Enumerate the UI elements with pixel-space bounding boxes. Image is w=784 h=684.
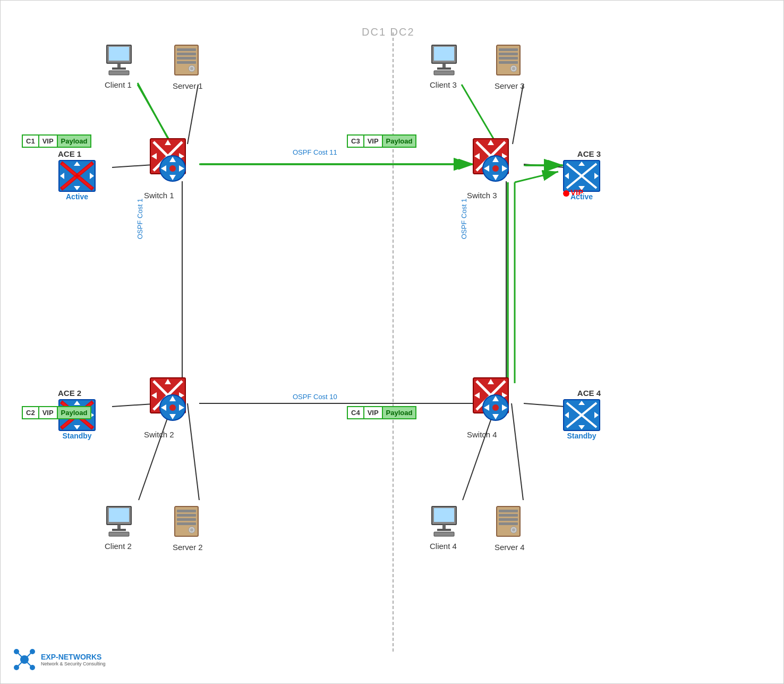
vip-dot-circle	[563, 190, 570, 197]
server2-node: Server 2	[173, 505, 203, 552]
svg-rect-155	[499, 518, 518, 521]
svg-rect-126	[112, 529, 126, 531]
svg-rect-148	[434, 508, 454, 522]
packet-p1: C1 VIP Payload	[22, 134, 91, 148]
svg-rect-149	[442, 525, 446, 529]
svg-rect-120	[177, 61, 196, 64]
switch3-label-container: Switch 3	[467, 191, 497, 200]
dc-divider	[393, 32, 394, 652]
switch1-router-icon	[159, 155, 186, 182]
client3-node: Client 3	[430, 44, 459, 89]
server4-icon	[495, 505, 522, 538]
ace1-red-x-overlay	[58, 159, 96, 192]
svg-point-122	[190, 67, 193, 70]
svg-line-18	[512, 403, 523, 500]
svg-rect-154	[499, 514, 518, 517]
svg-rect-113	[117, 63, 121, 67]
logo-subtext: Network & Security Consulting	[41, 661, 106, 666]
svg-rect-143	[499, 57, 518, 60]
svg-rect-118	[177, 53, 196, 55]
svg-line-4	[138, 85, 172, 144]
packet-p2-payload: Payload	[58, 407, 91, 418]
ace4-status: Standby	[563, 432, 601, 440]
packet-p4-c4: C4	[348, 407, 364, 418]
svg-point-134	[190, 528, 193, 531]
svg-line-12	[524, 164, 565, 167]
packet-p4-vip: VIP	[364, 407, 383, 418]
dc-label: DC1 DC2	[362, 26, 415, 38]
svg-rect-153	[499, 510, 518, 512]
svg-rect-117	[177, 48, 196, 51]
switch4-router	[482, 394, 509, 424]
svg-line-13	[524, 403, 565, 407]
svg-line-7	[515, 172, 558, 182]
svg-rect-114	[112, 67, 126, 70]
ospf-cost11-label: OSPF Cost 11	[293, 148, 337, 156]
svg-point-48	[169, 404, 176, 411]
svg-rect-127	[109, 532, 129, 536]
svg-line-14	[188, 85, 198, 144]
server3-icon	[495, 44, 522, 77]
server2-icon	[173, 505, 200, 538]
svg-rect-119	[177, 57, 196, 60]
svg-rect-144	[499, 61, 518, 64]
ace4-node: ACE 4 Standby	[563, 389, 601, 440]
svg-rect-129	[177, 510, 196, 512]
logo-name: EXP-NETWORKS	[41, 653, 106, 661]
server4-label: Server 4	[495, 543, 525, 552]
diagram-container: DC1 DC2	[0, 0, 784, 684]
ace1-status: Active	[58, 192, 96, 201]
server4-node: Server 4	[495, 505, 525, 552]
client4-label: Client 4	[430, 542, 459, 551]
switch2-label: Switch 2	[144, 430, 174, 439]
svg-point-159	[563, 190, 569, 197]
svg-point-35	[169, 165, 176, 172]
client3-label: Client 3	[430, 80, 459, 89]
vip-dot	[563, 190, 570, 199]
svg-rect-124	[109, 508, 129, 522]
packet-p2-c2: C2	[23, 407, 39, 418]
switch4-label: Switch 4	[467, 430, 497, 439]
svg-line-9	[462, 85, 497, 144]
client2-icon	[105, 505, 134, 537]
switch3-router	[482, 155, 509, 184]
svg-rect-115	[109, 71, 129, 75]
svg-rect-137	[442, 63, 446, 67]
svg-point-158	[512, 528, 515, 531]
ace2-label: ACE 2	[58, 389, 96, 398]
svg-rect-141	[499, 48, 518, 51]
switch1-label-container: Switch 1	[144, 191, 174, 200]
ace3-label: ACE 3	[563, 149, 601, 158]
switch1-router	[159, 155, 186, 184]
svg-point-146	[512, 67, 515, 70]
svg-rect-136	[434, 47, 454, 61]
vip-text-label: VIP	[570, 188, 583, 197]
client1-label: Client 1	[105, 80, 134, 89]
server1-icon	[173, 44, 200, 77]
client4-node: Client 4	[430, 505, 459, 551]
packet-p3-payload: Payload	[383, 136, 416, 147]
svg-rect-132	[177, 522, 196, 525]
svg-line-22	[138, 83, 172, 145]
switch3-router-icon	[482, 155, 509, 182]
packet-p3-vip: VIP	[364, 136, 383, 147]
server3-label: Server 3	[495, 81, 525, 90]
ace1-red-x	[59, 161, 95, 191]
svg-rect-150	[437, 529, 451, 531]
client3-icon	[430, 44, 459, 76]
svg-line-19	[513, 85, 523, 144]
switch3-label: Switch 3	[467, 191, 497, 200]
ospf-cost1-left-label: OSPF Cost 1	[135, 198, 144, 239]
svg-point-74	[492, 404, 499, 411]
packet-p4-payload: Payload	[383, 407, 416, 418]
svg-rect-131	[177, 518, 196, 521]
svg-line-16	[188, 403, 199, 500]
svg-rect-125	[117, 525, 121, 529]
svg-rect-151	[434, 532, 454, 536]
server2-label: Server 2	[173, 543, 203, 552]
client2-node: Client 2	[105, 505, 134, 551]
client1-node: Client 1	[105, 44, 134, 89]
ace4-label: ACE 4	[563, 389, 601, 398]
svg-rect-138	[437, 67, 451, 70]
client4-icon	[430, 505, 459, 537]
